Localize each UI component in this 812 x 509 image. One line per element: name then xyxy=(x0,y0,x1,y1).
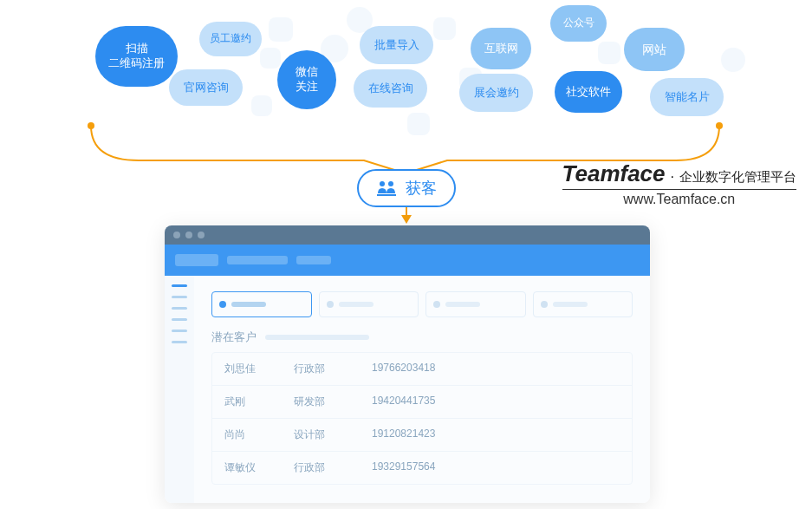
table-row[interactable]: 谭敏仪 行政部 19329157564 xyxy=(212,452,632,484)
header-nav-placeholder xyxy=(296,256,331,264)
cell-name: 武刚 xyxy=(224,395,294,409)
cell-name: 谭敏仪 xyxy=(224,460,294,475)
brand-name: Teamface xyxy=(562,160,666,187)
svg-marker-6 xyxy=(401,215,412,224)
sidebar xyxy=(165,276,194,503)
tab[interactable] xyxy=(425,291,526,317)
bubble-exhibition: 展会邀约 xyxy=(459,74,533,112)
window-dot xyxy=(173,232,180,238)
table-row[interactable]: 刘思佳 行政部 19766203418 xyxy=(212,353,632,386)
sidebar-item[interactable] xyxy=(172,318,187,321)
bubble-online-consult: 在线咨询 xyxy=(354,69,427,108)
app-header xyxy=(165,245,650,276)
bubble-scan-qr: 扫描 二维码注册 xyxy=(95,26,178,87)
bubble-official-account: 公众号 xyxy=(550,5,607,42)
svg-rect-4 xyxy=(377,194,396,196)
svg-point-2 xyxy=(380,181,385,186)
sidebar-item[interactable] xyxy=(172,284,187,287)
tab[interactable] xyxy=(319,291,419,317)
app-window: 潜在客户 刘思佳 行政部 19766203418 武刚 研发部 19420441… xyxy=(165,225,650,503)
table-row[interactable]: 武刚 研发部 19420441735 xyxy=(212,386,632,419)
sidebar-item[interactable] xyxy=(172,296,187,298)
cell-dept: 行政部 xyxy=(294,460,372,475)
bubble-website: 网站 xyxy=(624,28,685,71)
header-nav-placeholder xyxy=(227,256,288,264)
customer-table: 刘思佳 行政部 19766203418 武刚 研发部 19420441735 尚… xyxy=(211,352,633,485)
section-header: 潜在客户 xyxy=(211,330,633,345)
sidebar-item[interactable] xyxy=(172,330,187,332)
cell-dept: 设计部 xyxy=(294,427,372,442)
cell-dept: 研发部 xyxy=(294,395,372,409)
bubble-smart-card: 智能名片 xyxy=(650,78,724,116)
people-icon xyxy=(376,179,397,197)
tab-row xyxy=(211,291,633,317)
section-placeholder xyxy=(265,335,369,340)
center-node-label: 获客 xyxy=(406,178,437,199)
table-row[interactable]: 尚尚 设计部 19120821423 xyxy=(212,419,632,452)
cell-phone: 19420441735 xyxy=(372,395,620,409)
svg-point-3 xyxy=(388,181,393,186)
brand-url: www.Teamface.cn xyxy=(562,192,796,207)
svg-point-0 xyxy=(88,122,94,129)
window-dot xyxy=(198,232,205,238)
cell-dept: 行政部 xyxy=(294,362,372,376)
brand-dot: · xyxy=(671,169,674,185)
sidebar-item[interactable] xyxy=(172,307,187,310)
window-dot xyxy=(185,232,192,238)
header-logo-placeholder xyxy=(175,254,218,266)
cell-phone: 19766203418 xyxy=(372,362,620,376)
bubble-official-consult: 官网咨询 xyxy=(169,69,243,106)
cell-name: 尚尚 xyxy=(224,427,294,442)
bubble-internet: 互联网 xyxy=(471,28,531,69)
section-title: 潜在客户 xyxy=(211,330,257,345)
cell-name: 刘思佳 xyxy=(224,362,294,376)
brand-tagline: 企业数字化管理平台 xyxy=(679,169,796,186)
cell-phone: 19120821423 xyxy=(372,427,620,442)
brand-block: Teamface · 企业数字化管理平台 www.Teamface.cn xyxy=(562,160,796,207)
bubble-batch-import: 批量导入 xyxy=(360,26,433,64)
bubble-social: 社交软件 xyxy=(555,71,622,113)
bubble-employee-invite: 员工邀约 xyxy=(199,22,262,56)
cell-phone: 19329157564 xyxy=(372,460,620,475)
main-content: 潜在客户 刘思佳 行政部 19766203418 武刚 研发部 19420441… xyxy=(194,276,650,503)
center-node-acquire: 获客 xyxy=(357,169,456,207)
tab[interactable] xyxy=(211,291,312,317)
sidebar-item[interactable] xyxy=(172,341,187,343)
bubble-wechat-follow: 微信 关注 xyxy=(277,50,336,109)
svg-point-1 xyxy=(716,122,723,129)
tab[interactable] xyxy=(533,291,633,317)
titlebar xyxy=(165,225,650,245)
